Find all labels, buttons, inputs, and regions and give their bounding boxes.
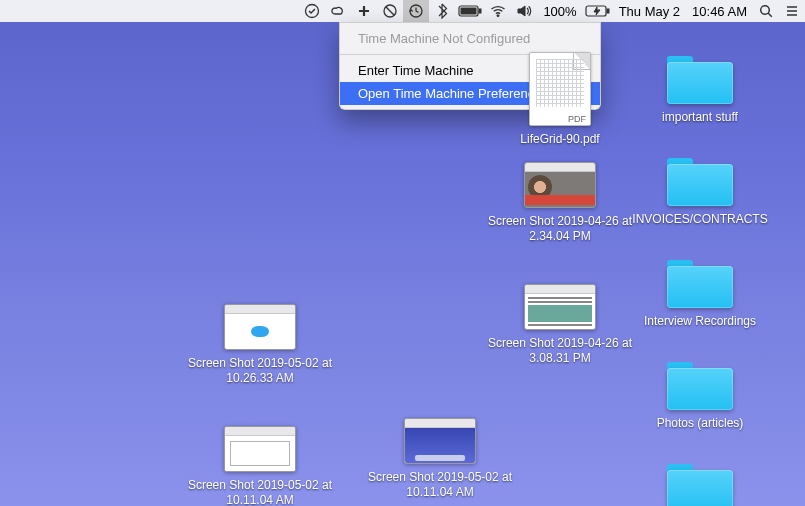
checkmark-circle-icon[interactable] [299, 0, 325, 22]
svg-point-6 [497, 15, 499, 17]
wifi-icon[interactable] [485, 0, 511, 22]
time-machine-icon[interactable] [403, 0, 429, 22]
svg-rect-5 [479, 9, 481, 13]
svg-point-9 [761, 6, 770, 15]
spotlight-icon[interactable] [753, 0, 779, 22]
bluetooth-icon[interactable] [429, 0, 455, 22]
folder-icon [667, 256, 733, 308]
desktop-item-label: Screen Shot 2019-05-02 at 10.26.33 AM [185, 356, 335, 386]
desktop-item[interactable]: important stuff [625, 52, 775, 125]
desktop-item[interactable]: Screen Shot 2019-05-02 at 10.11.04 AM [365, 418, 515, 500]
folder-icon [667, 52, 733, 104]
svg-rect-4 [461, 8, 476, 14]
desktop-item[interactable]: Interview Recordings [625, 256, 775, 329]
plus-icon[interactable] [351, 0, 377, 22]
folder-icon [667, 460, 733, 506]
desktop-item-label: INVOICES/CONTRACTS [632, 212, 767, 227]
screenshot-thumbnail [524, 284, 596, 330]
desktop-item-label: important stuff [662, 110, 738, 125]
notification-center-icon[interactable] [779, 0, 805, 22]
desktop-item-label: LifeGrid-90.pdf [520, 132, 599, 147]
desktop-item[interactable]: Screen Shot 2019-05-02 at 10.26.33 AM [185, 304, 335, 386]
desktop-item[interactable]: PDFLifeGrid-90.pdf [485, 52, 635, 147]
screenshot-thumbnail [524, 162, 596, 208]
menubar-time[interactable]: 10:46 AM [686, 4, 753, 19]
desktop-item[interactable] [625, 460, 775, 506]
desktop-item[interactable]: Screen Shot 2019-04-26 at 3.08.31 PM [485, 284, 635, 366]
desktop-item-label: Screen Shot 2019-05-02 at 10.11.04 AM [365, 470, 515, 500]
folder-icon [667, 154, 733, 206]
desktop-item[interactable]: Photos (articles) [625, 358, 775, 431]
do-not-disturb-icon[interactable] [377, 0, 403, 22]
battery-icon[interactable] [455, 0, 485, 22]
desktop-item[interactable]: Screen Shot 2019-04-26 at 2.34.04 PM [485, 162, 635, 244]
screenshot-thumbnail [404, 418, 476, 464]
screenshot-thumbnail [224, 304, 296, 350]
desktop-item[interactable]: Screen Shot 2019-05-02 at 10.11.04 AM [185, 426, 335, 506]
desktop-item-label: Photos (articles) [657, 416, 744, 431]
desktop[interactable]: PDFLifeGrid-90.pdfimportant stuffScreen … [0, 22, 805, 506]
folder-icon [667, 358, 733, 410]
volume-icon[interactable] [511, 0, 537, 22]
desktop-item-label: Screen Shot 2019-04-26 at 2.34.04 PM [485, 214, 635, 244]
file-extension-label: PDF [568, 114, 586, 124]
desktop-item-label: Screen Shot 2019-05-02 at 10.11.04 AM [185, 478, 335, 506]
desktop-item-label: Screen Shot 2019-04-26 at 3.08.31 PM [485, 336, 635, 366]
menubar-date[interactable]: Thu May 2 [613, 4, 686, 19]
battery-percent: 100% [537, 4, 582, 19]
creative-cloud-icon[interactable] [325, 0, 351, 22]
pdf-file-icon: PDF [529, 52, 591, 126]
screenshot-thumbnail [224, 426, 296, 472]
menubar: 100% Thu May 2 10:46 AM [0, 0, 805, 22]
desktop-item[interactable]: INVOICES/CONTRACTS [625, 154, 775, 227]
svg-rect-8 [607, 9, 609, 13]
battery-charging-icon [583, 0, 613, 22]
desktop-item-label: Interview Recordings [644, 314, 756, 329]
